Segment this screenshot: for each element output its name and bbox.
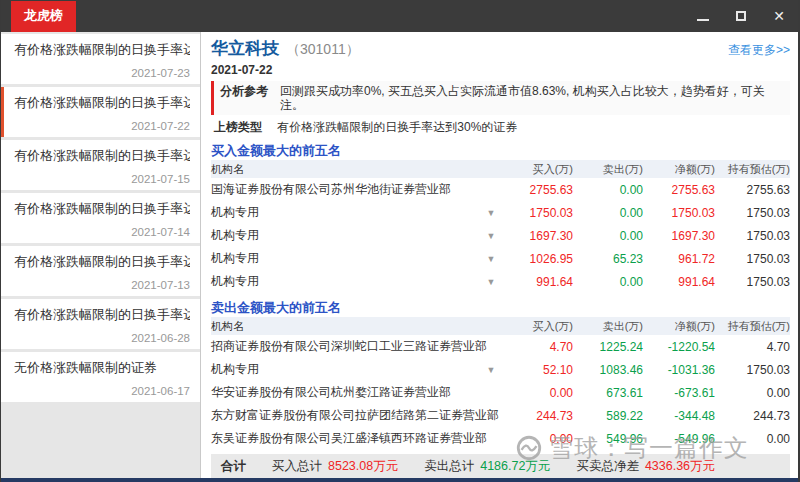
buy-section-heading: 买入金额最大的前五名 bbox=[211, 142, 790, 158]
chevron-down-icon[interactable]: ▼ bbox=[481, 277, 501, 287]
broker-name: 机构专用 bbox=[211, 273, 481, 290]
list-item-date: 2021-07-15 bbox=[14, 173, 190, 185]
minimize-button[interactable] bbox=[684, 0, 722, 32]
net-amount: 1750.03 bbox=[643, 206, 715, 220]
sidebar-list-item[interactable]: 有价格涨跌幅限制的日换手率达到… 2021-06-28 bbox=[1, 299, 200, 349]
list-item-title: 有价格涨跌幅限制的日换手率达到… bbox=[14, 147, 190, 165]
net-total-value: 4336.36万元 bbox=[645, 458, 715, 475]
sell-amount: 0.00 bbox=[573, 275, 643, 289]
list-type-label: 上榜类型 bbox=[214, 120, 262, 134]
broker-name: 华安证券股份有限公司杭州婺江路证券营业部 bbox=[211, 384, 481, 401]
sell-amount: 1083.46 bbox=[573, 363, 643, 377]
sell-amount: 549.96 bbox=[573, 432, 643, 446]
sell-total-value: 4186.72万元 bbox=[480, 458, 550, 475]
hold-estimate: 1750.03 bbox=[715, 252, 790, 266]
col-net: 净额(万) bbox=[643, 319, 715, 334]
buy-amount: 2755.63 bbox=[501, 183, 573, 197]
broker-name: 东方财富证券股份有限公司拉萨团结路第二证券营业部 bbox=[211, 407, 481, 424]
sell-total-label: 卖出总计 bbox=[424, 458, 474, 475]
total-label: 合计 bbox=[221, 458, 246, 475]
net-total-label: 买卖总净差 bbox=[576, 458, 639, 475]
buy-table-row: 国海证券股份有限公司苏州华池街证券营业部 ▼ 2755.63 0.00 2755… bbox=[211, 178, 790, 201]
col-net: 净额(万) bbox=[643, 162, 715, 177]
close-button[interactable]: ✕ bbox=[760, 0, 798, 32]
net-amount: -673.61 bbox=[643, 386, 715, 400]
buy-total-value: 8523.08万元 bbox=[328, 458, 398, 475]
list-item-title: 无价格涨跌幅限制的证券 bbox=[14, 359, 190, 377]
hold-estimate: 1750.03 bbox=[715, 229, 790, 243]
list-item-title: 有价格涨跌幅限制的日换手率达到… bbox=[14, 253, 190, 271]
sell-table-row: 东方财富证券股份有限公司拉萨团结路第二证券营业部 ▼ 244.73 589.22… bbox=[211, 404, 790, 427]
buy-amount: 1697.30 bbox=[501, 229, 573, 243]
broker-name: 机构专用 bbox=[211, 204, 481, 221]
sidebar-list-item[interactable]: 有价格涨跌幅限制的日换手率达到… 2021-07-13 bbox=[1, 246, 200, 296]
col-hold: 持有预估(万) bbox=[715, 162, 790, 177]
app-window: 龙虎榜 ✕ 有价格涨跌幅限制的日换手率达到… 2021-07-23 有价格涨跌幅… bbox=[0, 0, 800, 482]
buy-table-row: 机构专用 ▼ 1697.30 0.00 1697.30 1750.03 bbox=[211, 224, 790, 247]
tab-longhubang[interactable]: 龙虎榜 bbox=[11, 1, 76, 32]
sidebar-list-item[interactable]: 无价格涨跌幅限制的证券 2021-06-17 bbox=[1, 352, 200, 402]
hold-estimate: 1750.03 bbox=[715, 363, 790, 377]
buy-table-row: 机构专用 ▼ 1750.03 0.00 1750.03 1750.03 bbox=[211, 201, 790, 224]
sell-table-row: 华安证券股份有限公司杭州婺江路证券营业部 ▼ 0.00 673.61 -673.… bbox=[211, 381, 790, 404]
chevron-down-icon[interactable]: ▼ bbox=[481, 231, 501, 241]
col-broker: 机构名 bbox=[211, 162, 481, 177]
chevron-down-icon[interactable]: ▼ bbox=[481, 254, 501, 264]
sell-table-header: 机构名 买入(万) 卖出(万) 净额(万) 持有预估(万) bbox=[211, 317, 790, 335]
sell-amount: 673.61 bbox=[573, 386, 643, 400]
totals-bar: 合计 买入总计 8523.08万元 卖出总计 4186.72万元 买卖总净差 4… bbox=[211, 454, 790, 478]
list-type-row: 上榜类型 有价格涨跌幅限制的日换手率达到30%的证券 bbox=[211, 119, 790, 136]
report-date: 2021-07-22 bbox=[211, 63, 790, 77]
window-bottom-edge bbox=[1, 478, 798, 482]
col-buy: 买入(万) bbox=[501, 162, 573, 177]
chevron-down-icon[interactable]: ▼ bbox=[481, 208, 501, 218]
hold-estimate: 244.73 bbox=[715, 409, 790, 423]
list-item-title: 有价格涨跌幅限制的日换手率达到… bbox=[14, 306, 190, 324]
sell-amount: 1225.24 bbox=[573, 340, 643, 354]
buy-amount: 1750.03 bbox=[501, 206, 573, 220]
buy-amount: 1026.95 bbox=[501, 252, 573, 266]
chevron-down-icon[interactable]: ▼ bbox=[481, 411, 501, 421]
sidebar-list-item[interactable]: 有价格涨跌幅限制的日换手率达到… 2021-07-14 bbox=[1, 193, 200, 243]
sell-table-row: 招商证券股份有限公司深圳蛇口工业三路证券营业部 ▼ 4.70 1225.24 -… bbox=[211, 335, 790, 358]
maximize-button[interactable] bbox=[722, 0, 760, 32]
list-item-date: 2021-07-22 bbox=[14, 120, 190, 132]
minimize-icon bbox=[697, 19, 709, 21]
sell-amount: 0.00 bbox=[573, 206, 643, 220]
sell-section-heading: 卖出金额最大的前五名 bbox=[211, 299, 790, 315]
sidebar-list-item[interactable]: 有价格涨跌幅限制的日换手率达到… 2021-07-22 bbox=[1, 87, 200, 137]
net-amount: 2755.63 bbox=[643, 183, 715, 197]
broker-name: 机构专用 bbox=[211, 250, 481, 267]
list-item-title: 有价格涨跌幅限制的日换手率达到… bbox=[14, 94, 190, 112]
buy-table-row: 机构专用 ▼ 991.64 0.00 991.64 1750.03 bbox=[211, 270, 790, 293]
list-item-date: 2021-06-28 bbox=[14, 332, 190, 344]
chevron-down-icon[interactable]: ▼ bbox=[481, 365, 501, 375]
sidebar-list-item[interactable]: 有价格涨跌幅限制的日换手率达到… 2021-07-15 bbox=[1, 140, 200, 190]
buy-amount: 991.64 bbox=[501, 275, 573, 289]
net-amount: -1031.36 bbox=[643, 363, 715, 377]
buy-amount: 4.70 bbox=[501, 340, 573, 354]
hold-estimate: 0.00 bbox=[715, 432, 790, 446]
view-more-link[interactable]: 查看更多>> bbox=[728, 42, 790, 59]
net-amount: 961.72 bbox=[643, 252, 715, 266]
main-panel: 华立科技 （301011） 查看更多>> 2021-07-22 分析参考 回测跟… bbox=[201, 32, 798, 478]
hold-estimate: 4.70 bbox=[715, 340, 790, 354]
app-body: 有价格涨跌幅限制的日换手率达到… 2021-07-23 有价格涨跌幅限制的日换手… bbox=[1, 32, 798, 478]
hold-estimate: 2755.63 bbox=[715, 183, 790, 197]
list-type-text: 有价格涨跌幅限制的日换手率达到30%的证券 bbox=[277, 120, 517, 134]
col-broker: 机构名 bbox=[211, 319, 481, 334]
list-item-date: 2021-07-14 bbox=[14, 226, 190, 238]
hold-estimate: 1750.03 bbox=[715, 275, 790, 289]
col-sell: 卖出(万) bbox=[573, 319, 643, 334]
net-amount: -1220.54 bbox=[643, 340, 715, 354]
buy-table-header: 机构名 买入(万) 卖出(万) 净额(万) 持有预估(万) bbox=[211, 160, 790, 178]
buy-total-label: 买入总计 bbox=[272, 458, 322, 475]
maximize-icon bbox=[736, 11, 746, 21]
hold-estimate: 0.00 bbox=[715, 386, 790, 400]
list-item-date: 2021-07-23 bbox=[14, 67, 190, 79]
sidebar-list-item[interactable]: 有价格涨跌幅限制的日换手率达到… 2021-07-23 bbox=[1, 34, 200, 84]
net-amount: 991.64 bbox=[643, 275, 715, 289]
broker-name: 机构专用 bbox=[211, 227, 481, 244]
close-icon: ✕ bbox=[773, 8, 785, 24]
stock-code: （301011） bbox=[286, 41, 360, 59]
